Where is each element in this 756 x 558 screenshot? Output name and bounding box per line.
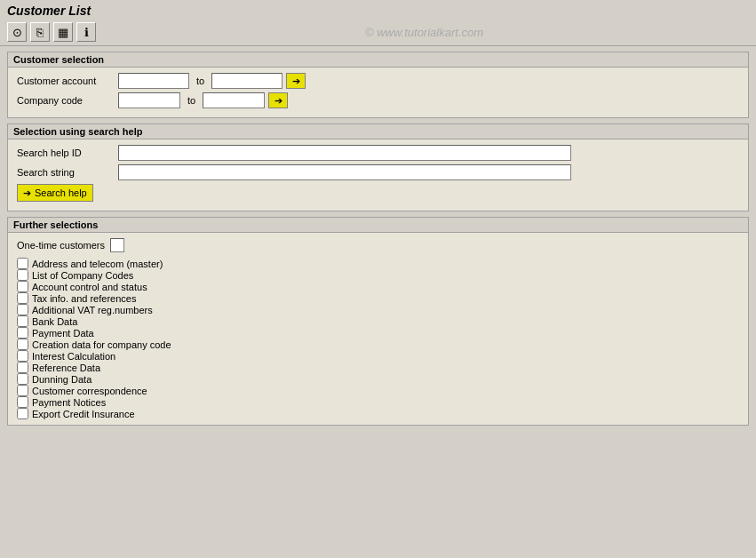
checkbox-7[interactable]	[17, 339, 28, 350]
customer-account-arrow-btn[interactable]: ➔	[286, 73, 306, 89]
checkbox-row: Tax info. and references	[17, 292, 739, 304]
checkbox-label: Export Credit Insurance	[32, 409, 135, 419]
checkbox-11[interactable]	[17, 385, 28, 396]
one-time-row: One-time customers	[17, 238, 739, 252]
toolbar: ⊙ ⎘ ▦ ℹ © www.tutorialkart.com	[0, 20, 756, 46]
checkbox-0[interactable]	[17, 258, 28, 269]
checkbox-row: Interest Calculation	[17, 350, 739, 362]
checkbox-label: Address and telecom (master)	[32, 259, 163, 269]
checkbox-row: Additional VAT reg.numbers	[17, 304, 739, 315]
checkbox-10[interactable]	[17, 373, 28, 385]
checkbox-label: Creation data for company code	[32, 339, 171, 350]
customer-account-label: Customer account	[17, 76, 115, 86]
checkbox-list: Address and telecom (master)List of Comp…	[17, 258, 739, 419]
watermark: © www.tutorialkart.com	[99, 26, 749, 39]
checkbox-label: Payment Data	[32, 328, 94, 339]
customer-account-to[interactable]	[211, 73, 283, 89]
search-help-id-input[interactable]	[118, 145, 571, 161]
company-code-label: Company code	[17, 95, 115, 106]
search-help-id-label: Search help ID	[17, 147, 115, 158]
customer-account-from[interactable]	[118, 73, 189, 89]
checkbox-label: Tax info. and references	[32, 293, 136, 304]
search-help-button-label: Search help	[35, 187, 87, 198]
search-help-title: Selection using search help	[8, 124, 748, 140]
company-code-from[interactable]	[118, 92, 180, 108]
checkbox-6[interactable]	[17, 327, 28, 339]
customer-account-to-label: to	[196, 76, 204, 86]
company-code-to[interactable]	[203, 92, 265, 108]
search-string-input[interactable]	[118, 164, 571, 180]
customer-account-row: Customer account to ➔	[17, 73, 739, 89]
checkbox-label: Dunning Data	[32, 374, 92, 385]
clock-icon[interactable]: ⊙	[7, 22, 27, 42]
checkbox-9[interactable]	[17, 362, 28, 373]
checkbox-row: Account control and status	[17, 281, 739, 292]
filter-icon[interactable]: ▦	[53, 22, 73, 42]
checkbox-5[interactable]	[17, 315, 28, 327]
title-bar: Customer List	[0, 0, 756, 20]
checkbox-row: Customer correspondence	[17, 385, 739, 396]
checkbox-row: Payment Notices	[17, 396, 739, 408]
checkbox-3[interactable]	[17, 292, 28, 304]
checkbox-row: Export Credit Insurance	[17, 408, 739, 419]
info-icon[interactable]: ℹ	[76, 22, 96, 42]
checkbox-2[interactable]	[17, 281, 28, 292]
copy-icon[interactable]: ⎘	[30, 22, 50, 42]
checkbox-row: Bank Data	[17, 315, 739, 327]
checkbox-row: Address and telecom (master)	[17, 258, 739, 269]
further-selections-section: Further selections One-time customers Ad…	[7, 217, 749, 426]
search-string-label: Search string	[17, 167, 115, 178]
further-selections-title: Further selections	[8, 218, 748, 233]
checkbox-label: Payment Notices	[32, 397, 106, 408]
checkbox-label: Additional VAT reg.numbers	[32, 305, 153, 315]
one-time-input[interactable]	[110, 238, 124, 252]
page-title: Customer List	[7, 4, 91, 18]
checkbox-row: Creation data for company code	[17, 339, 739, 350]
customer-selection-section: Customer selection Customer account to ➔…	[7, 52, 749, 118]
search-help-section: Selection using search help Search help …	[7, 124, 749, 211]
search-string-row: Search string	[17, 164, 739, 180]
checkbox-label: List of Company Codes	[32, 270, 133, 281]
one-time-label: One-time customers	[17, 240, 105, 251]
customer-selection-title: Customer selection	[8, 52, 748, 68]
checkbox-1[interactable]	[17, 269, 28, 281]
checkbox-row: Reference Data	[17, 362, 739, 373]
company-code-arrow-btn[interactable]: ➔	[268, 92, 288, 108]
checkbox-row: Dunning Data	[17, 373, 739, 385]
checkbox-12[interactable]	[17, 396, 28, 408]
company-code-row: Company code to ➔	[17, 92, 739, 108]
checkbox-4[interactable]	[17, 304, 28, 315]
checkbox-label: Bank Data	[32, 316, 77, 327]
search-help-id-row: Search help ID	[17, 145, 739, 161]
checkbox-row: List of Company Codes	[17, 269, 739, 281]
company-code-to-label: to	[187, 95, 195, 106]
search-help-button[interactable]: ➔ Search help	[17, 184, 93, 202]
checkbox-label: Customer correspondence	[32, 386, 147, 396]
search-help-button-row: ➔ Search help	[17, 184, 739, 202]
checkbox-label: Reference Data	[32, 363, 100, 373]
checkbox-8[interactable]	[17, 350, 28, 362]
checkbox-13[interactable]	[17, 408, 28, 419]
search-help-arrow-icon: ➔	[23, 187, 31, 199]
checkbox-row: Payment Data	[17, 327, 739, 339]
checkbox-label: Account control and status	[32, 282, 147, 292]
checkbox-label: Interest Calculation	[32, 351, 115, 362]
